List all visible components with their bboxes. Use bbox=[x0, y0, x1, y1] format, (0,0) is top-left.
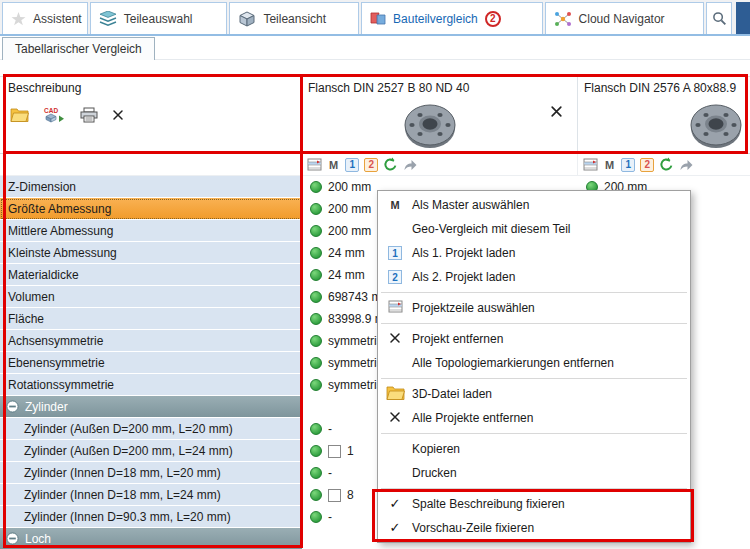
section-header[interactable]: Loch bbox=[0, 528, 302, 549]
project1-icon: 1 bbox=[388, 246, 402, 260]
row-label-cell[interactable]: Rotationssymmetrie bbox=[0, 374, 302, 396]
match-indicator-icon bbox=[310, 357, 322, 369]
menu-item-als-2-projekt-laden[interactable]: 2Als 2. Projekt laden bbox=[378, 265, 690, 289]
row-label-cell[interactable]: Größte Abmessung bbox=[0, 198, 302, 220]
cad-import-icon[interactable]: CAD bbox=[43, 106, 66, 123]
row-label: Zylinder (Innen D=18 mm, L=24 mm) bbox=[24, 488, 221, 502]
menu-item-projekt-entfernen[interactable]: Projekt entfernen bbox=[378, 327, 690, 351]
topology-checkbox[interactable] bbox=[328, 445, 341, 458]
tab-assistent[interactable]: Assistent bbox=[2, 2, 88, 34]
row-label-cell[interactable]: Mittlere Abmessung bbox=[0, 220, 302, 242]
row-label-cell[interactable]: Volumen bbox=[0, 286, 302, 308]
row-label: Materialdicke bbox=[8, 268, 79, 282]
collapse-minus-icon[interactable] bbox=[6, 532, 19, 545]
tab-tabellarischer-vergleich[interactable]: Tabellarischer Vergleich bbox=[2, 37, 155, 60]
row-label-cell[interactable]: Ebenensymmetrie bbox=[0, 352, 302, 374]
menu-item-drucken[interactable]: Drucken bbox=[378, 461, 690, 485]
forward-icon[interactable] bbox=[679, 158, 694, 171]
menu-item-label: Kopieren bbox=[412, 442, 460, 456]
topology-checkbox[interactable] bbox=[328, 489, 341, 502]
remove-part-icon[interactable] bbox=[550, 105, 563, 121]
menu-item-als-1-projekt-laden[interactable]: 1Als 1. Projekt laden bbox=[378, 241, 690, 265]
match-indicator-icon bbox=[310, 423, 322, 435]
menu-item-3d-datei-laden[interactable]: 3D-Datei laden bbox=[378, 382, 690, 406]
menu-separator bbox=[381, 378, 687, 379]
project2-button[interactable]: 2 bbox=[640, 158, 654, 172]
part1-toolbar: M12 bbox=[302, 154, 578, 175]
row-label-cell[interactable]: Achsensymmetrie bbox=[0, 330, 302, 352]
match-indicator-icon bbox=[310, 489, 322, 501]
master-button[interactable]: M bbox=[603, 159, 616, 171]
context-menu: MAls Master auswählenGeo-Vergleich mit d… bbox=[377, 190, 691, 543]
application-window: AssistentTeileauswahlTeileansichtBauteil… bbox=[0, 0, 750, 549]
row-label-cell[interactable]: Kleinste Abmessung bbox=[0, 242, 302, 264]
match-indicator-icon bbox=[310, 445, 322, 457]
open-folder-icon bbox=[386, 385, 405, 403]
menu-item-als-master-auswählen[interactable]: MAls Master auswählen bbox=[378, 193, 690, 217]
menu-item-kopieren[interactable]: Kopieren bbox=[378, 437, 690, 461]
tab-cloud-navigator[interactable]: Cloud Navigator bbox=[545, 2, 705, 34]
window-corner bbox=[736, 2, 750, 34]
menu-item-geo-vergleich-mit-diesem-teil[interactable]: Geo-Vergleich mit diesem Teil bbox=[378, 217, 690, 241]
match-indicator-icon bbox=[310, 467, 322, 479]
menu-item-projektzeile-auswählen[interactable]: Projektzeile auswählen bbox=[378, 296, 690, 320]
section-label: Loch bbox=[25, 532, 51, 546]
section-header[interactable]: Zylinder bbox=[0, 396, 302, 418]
row-label-cell[interactable]: Zylinder (Innen D=18 mm, L=24 mm) bbox=[0, 484, 302, 506]
menu-item-spalte-beschreibung-fixieren[interactable]: ✓Spalte Beschreibung fixieren bbox=[378, 492, 690, 516]
project1-button[interactable]: 1 bbox=[621, 158, 635, 172]
tab-label: Assistent bbox=[33, 12, 82, 26]
master-button[interactable]: M bbox=[327, 159, 340, 171]
menu-item-label: Alle Topologiemarkierungen entfernen bbox=[412, 356, 614, 370]
project-row-icon bbox=[388, 300, 403, 316]
menu-item-label: Als Master auswählen bbox=[412, 198, 529, 212]
match-indicator-icon bbox=[310, 203, 322, 215]
open-folder-icon[interactable] bbox=[10, 107, 29, 122]
menu-item-vorschau-zeile-fixieren[interactable]: ✓Vorschau-Zeile fixieren bbox=[378, 516, 690, 540]
project-row-icon[interactable] bbox=[583, 158, 598, 171]
match-indicator-icon bbox=[310, 335, 322, 347]
main-tab-bar: AssistentTeileauswahlTeileansichtBauteil… bbox=[0, 0, 750, 36]
collapse-minus-icon[interactable] bbox=[6, 400, 19, 413]
menu-item-label: Alle Projekte entfernen bbox=[412, 411, 533, 425]
row-label-cell[interactable]: Zylinder (Innen D=90.3 mm, L=20 mm) bbox=[0, 506, 302, 528]
print-icon[interactable] bbox=[80, 107, 98, 123]
project1-button[interactable]: 1 bbox=[345, 158, 359, 172]
tab-label: Bauteilvergleich bbox=[393, 12, 478, 26]
tab-label: Teileauswahl bbox=[124, 12, 193, 26]
row-label-cell[interactable]: Zylinder (Außen D=200 mm, L=24 mm) bbox=[0, 440, 302, 462]
row-label-cell[interactable]: Zylinder (Außen D=200 mm, L=20 mm) bbox=[0, 418, 302, 440]
part1-preview-image bbox=[402, 101, 458, 154]
menu-item-label: Drucken bbox=[412, 466, 457, 480]
match-indicator-icon bbox=[310, 247, 322, 259]
part2-column-header: Flansch DIN 2576 A 80x88.9 bbox=[578, 77, 750, 153]
tab-teileansicht[interactable]: Teileansicht bbox=[229, 2, 359, 34]
search-tab[interactable] bbox=[706, 2, 732, 34]
row-label-cell[interactable]: Zylinder (Innen D=18 mm, L=20 mm) bbox=[0, 462, 302, 484]
row-label-cell[interactable]: Z-Dimension bbox=[0, 176, 302, 198]
row-label: Volumen bbox=[8, 290, 55, 304]
forward-icon[interactable] bbox=[403, 158, 418, 171]
part-compare-icon bbox=[370, 11, 386, 26]
project2-button[interactable]: 2 bbox=[364, 158, 378, 172]
refresh-icon[interactable] bbox=[383, 157, 398, 172]
remove-icon[interactable] bbox=[112, 109, 124, 121]
project-row-icon[interactable] bbox=[307, 158, 322, 171]
check-icon: ✓ bbox=[390, 497, 401, 511]
menu-item-label: Als 2. Projekt laden bbox=[412, 270, 515, 284]
tab-bauteilvergleich[interactable]: Bauteilvergleich2 bbox=[361, 2, 542, 34]
row-label: Zylinder (Innen D=90.3 mm, L=20 mm) bbox=[24, 510, 231, 524]
match-indicator-icon bbox=[310, 225, 322, 237]
row-label-cell[interactable]: Materialdicke bbox=[0, 264, 302, 286]
menu-item-label: Projekt entfernen bbox=[412, 332, 503, 346]
tab-teileauswahl[interactable]: Teileauswahl bbox=[90, 2, 228, 34]
menu-separator bbox=[381, 488, 687, 489]
row-label: Zylinder (Außen D=200 mm, L=20 mm) bbox=[24, 422, 233, 436]
menu-item-alle-projekte-entfernen[interactable]: Alle Projekte entfernen bbox=[378, 406, 690, 430]
row-label-cell[interactable]: Fläche bbox=[0, 308, 302, 330]
match-indicator-icon bbox=[310, 379, 322, 391]
refresh-icon[interactable] bbox=[659, 157, 674, 172]
menu-item-alle-topologiemarkierungen-entfernen[interactable]: Alle Topologiemarkierungen entfernen bbox=[378, 351, 690, 375]
row-label: Ebenensymmetrie bbox=[8, 356, 105, 370]
part-selection-icon bbox=[99, 11, 117, 26]
